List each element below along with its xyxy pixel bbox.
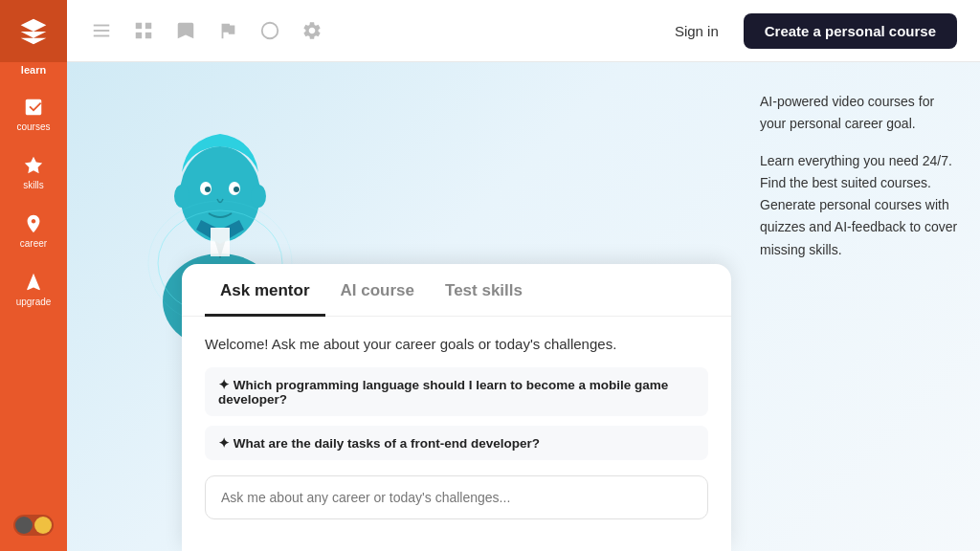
chat-input[interactable] xyxy=(205,475,708,519)
theme-toggle[interactable] xyxy=(13,515,54,536)
chat-input-area xyxy=(205,475,708,519)
top-navigation: Sign in Create a personal course xyxy=(67,0,980,62)
topnav-icons xyxy=(90,19,323,42)
upgrade-icon xyxy=(23,272,44,293)
svg-rect-1 xyxy=(94,25,110,27)
toggle-off-indicator xyxy=(15,517,33,534)
bookmark-icon[interactable] xyxy=(174,19,197,42)
sidebar: learn courses skills career xyxy=(0,0,67,551)
tab-test-skills[interactable]: Test skills xyxy=(430,264,538,317)
svg-rect-6 xyxy=(136,33,142,38)
svg-rect-5 xyxy=(145,23,151,29)
body-area: Ask mentor AI course Test skills Welcome… xyxy=(67,62,980,551)
logo-label: learn xyxy=(21,64,46,76)
svg-rect-18 xyxy=(211,228,230,256)
flag-icon[interactable] xyxy=(216,19,239,42)
gear-icon[interactable] xyxy=(301,19,323,42)
main-content: Sign in Create a personal course xyxy=(67,0,980,551)
toggle-on-indicator xyxy=(34,517,52,534)
circle-icon[interactable] xyxy=(258,19,281,42)
right-panel: AI-powered video courses for your person… xyxy=(750,62,980,551)
learn-logo-icon xyxy=(18,16,49,47)
svg-rect-4 xyxy=(136,23,142,29)
sidebar-nav: courses skills career upgrade xyxy=(0,85,67,515)
chat-body: Welcome! Ask me about your career goals … xyxy=(182,317,731,539)
chat-tabs: Ask mentor AI course Test skills xyxy=(182,264,731,317)
svg-rect-3 xyxy=(94,35,110,37)
right-panel-content: AI-powered video courses for your person… xyxy=(760,91,961,261)
svg-point-13 xyxy=(251,185,266,208)
sign-in-button[interactable]: Sign in xyxy=(663,15,730,47)
right-panel-text-1: AI-powered video courses for your person… xyxy=(760,91,961,135)
right-panel-text-2: Learn everything you need 24/7. Find the… xyxy=(760,150,961,260)
svg-point-17 xyxy=(234,187,239,192)
chat-widget: Ask mentor AI course Test skills Welcome… xyxy=(182,264,731,551)
skills-label: skills xyxy=(23,180,44,190)
sidebar-item-career[interactable]: career xyxy=(0,202,67,260)
courses-label: courses xyxy=(16,121,50,132)
svg-point-8 xyxy=(262,23,278,39)
sidebar-item-skills[interactable]: skills xyxy=(0,143,67,202)
sidebar-item-upgrade[interactable]: upgrade xyxy=(0,260,67,319)
svg-marker-0 xyxy=(25,157,42,173)
upgrade-label: upgrade xyxy=(16,297,52,307)
welcome-text: Welcome! Ask me about your career goals … xyxy=(205,336,708,352)
grid-icon[interactable] xyxy=(132,19,155,42)
skills-icon xyxy=(23,155,44,176)
tab-ask-mentor[interactable]: Ask mentor xyxy=(205,264,325,317)
left-panel: Ask mentor AI course Test skills Welcome… xyxy=(67,62,750,551)
topnav-actions: Sign in Create a personal course xyxy=(663,13,957,49)
svg-rect-2 xyxy=(94,30,110,32)
suggestion-item-2[interactable]: ✦ What are the daily tasks of a front-en… xyxy=(205,426,708,460)
create-course-button[interactable]: Create a personal course xyxy=(744,13,957,49)
menu-icon[interactable] xyxy=(90,19,113,42)
tab-ai-course[interactable]: AI course xyxy=(325,264,430,317)
career-icon xyxy=(23,213,44,234)
svg-point-16 xyxy=(205,187,211,192)
svg-rect-7 xyxy=(145,33,151,38)
career-label: career xyxy=(20,238,47,249)
sidebar-bottom xyxy=(0,515,67,551)
logo-button[interactable] xyxy=(0,0,67,62)
suggestion-item-1[interactable]: ✦ Which programming language should I le… xyxy=(205,367,708,416)
courses-icon xyxy=(23,97,44,118)
svg-point-12 xyxy=(174,185,189,208)
sidebar-item-courses[interactable]: courses xyxy=(0,85,67,143)
